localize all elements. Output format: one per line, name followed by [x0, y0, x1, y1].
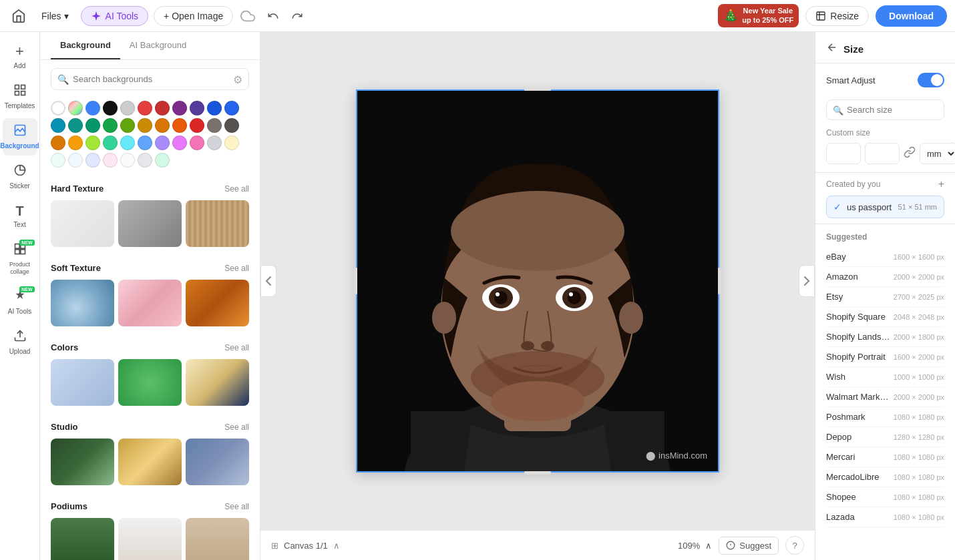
promo-banner[interactable]: 🎄 New Year Sale up to 25% OFF: [718, 4, 799, 27]
soft-texture-1[interactable]: [51, 280, 114, 326]
width-input[interactable]: 51: [826, 143, 861, 164]
collapse-right-panel-button[interactable]: [799, 265, 815, 297]
home-button[interactable]: [8, 5, 29, 27]
swatch-blue3[interactable]: [224, 101, 239, 115]
tab-background[interactable]: Background: [51, 32, 120, 59]
swatch-mint[interactable]: [51, 153, 65, 168]
help-button[interactable]: ?: [785, 536, 804, 555]
collapse-panel-button[interactable]: [260, 265, 276, 297]
swatch-blue[interactable]: [85, 101, 100, 115]
swatch-cyan[interactable]: [51, 118, 65, 133]
swatch-blue4[interactable]: [138, 135, 152, 150]
suggested-item[interactable]: Depop1280 × 1280 px: [826, 427, 944, 447]
sidebar-item-text[interactable]: T Text: [3, 198, 37, 234]
canvas-image[interactable]: ⬤ insMind.com: [357, 91, 718, 471]
swatch-purple[interactable]: [172, 101, 187, 115]
cloud-icon[interactable]: [238, 7, 257, 25]
swatch-pink[interactable]: [190, 135, 204, 150]
suggested-item[interactable]: Shopify Portrait1600 × 2000 px: [826, 347, 944, 367]
podiums-see-all[interactable]: See all: [224, 502, 249, 511]
swatch-blue2[interactable]: [207, 101, 222, 115]
sidebar-item-product-collage[interactable]: NEW Product collage: [3, 237, 37, 281]
tab-ai-background[interactable]: AI Background: [120, 32, 196, 59]
swatch-amber[interactable]: [155, 118, 170, 133]
color-item-3[interactable]: [186, 359, 249, 406]
canvas-expand-icon[interactable]: ∧: [333, 541, 340, 551]
podium-item-1[interactable]: [51, 518, 114, 560]
swatch-white[interactable]: [51, 101, 65, 115]
link-dimensions-icon[interactable]: [904, 146, 916, 161]
swatch-green[interactable]: [85, 118, 100, 133]
suggest-button[interactable]: Suggest: [719, 537, 779, 555]
height-input[interactable]: 51: [865, 143, 900, 164]
swatch-gray[interactable]: [120, 101, 135, 115]
colors-see-all[interactable]: See all: [224, 343, 249, 352]
studio-item-3[interactable]: [186, 439, 249, 485]
swatch-blush[interactable]: [103, 153, 118, 168]
unit-select[interactable]: mm px in cm: [920, 143, 955, 164]
swatch-fuchsia[interactable]: [172, 135, 187, 150]
swatch-lavender[interactable]: [85, 153, 100, 168]
swatch-green2[interactable]: [103, 118, 118, 133]
swatch-amber2[interactable]: [51, 135, 65, 150]
sidebar-item-upload[interactable]: Upload: [3, 324, 37, 361]
filter-icon[interactable]: ⚙: [233, 73, 242, 85]
sidebar-item-templates[interactable]: Templates: [3, 78, 37, 115]
sidebar-item-add[interactable]: + Add: [3, 37, 37, 75]
search-backgrounds-input[interactable]: [51, 68, 249, 90]
suggested-item[interactable]: Lazada1080 × 1080 px: [826, 507, 944, 527]
swatch-yellow[interactable]: [138, 118, 152, 133]
back-button[interactable]: [826, 41, 838, 56]
suggested-item[interactable]: Wish1000 × 1000 px: [826, 367, 944, 387]
swatch-indigo[interactable]: [190, 101, 204, 115]
swatch-teal[interactable]: [68, 118, 83, 133]
suggested-item[interactable]: Shopee1080 × 1080 px: [826, 487, 944, 507]
sidebar-item-sticker[interactable]: Sticker: [3, 158, 37, 196]
studio-item-2[interactable]: [118, 439, 182, 485]
podium-item-3[interactable]: [186, 518, 249, 560]
swatch-lightgray[interactable]: [138, 153, 152, 168]
color-item-2[interactable]: [118, 359, 182, 406]
swatch-orange[interactable]: [172, 118, 187, 133]
studio-item-1[interactable]: [51, 439, 114, 485]
suggested-item[interactable]: Mercari1080 × 1080 px: [826, 447, 944, 467]
swatch-cream[interactable]: [224, 135, 239, 150]
swatch-red[interactable]: [138, 101, 152, 115]
swatch-gray2[interactable]: [207, 135, 222, 150]
swatch-violet[interactable]: [155, 135, 170, 150]
ai-tools-topbar-button[interactable]: AI Tools: [81, 6, 149, 26]
swatch-darkred[interactable]: [155, 101, 170, 115]
swatch-offwhite[interactable]: [120, 153, 135, 168]
swatch-lightblue[interactable]: [68, 153, 83, 168]
suggested-item[interactable]: Amazon2000 × 2000 px: [826, 267, 944, 287]
open-image-button[interactable]: + Open Image: [154, 6, 233, 26]
suggested-item[interactable]: Etsy2700 × 2025 px: [826, 287, 944, 307]
sidebar-item-background[interactable]: Background: [3, 118, 37, 156]
undo-button[interactable]: [262, 5, 284, 27]
search-size-input[interactable]: [826, 99, 944, 120]
suggested-item[interactable]: Shopify Square2048 × 2048 px: [826, 307, 944, 327]
soft-texture-see-all[interactable]: See all: [224, 264, 249, 273]
swatch-brown[interactable]: [224, 118, 239, 133]
swatch-palegreen[interactable]: [155, 153, 170, 168]
swatch-lime2[interactable]: [85, 135, 100, 150]
hard-texture-1[interactable]: [51, 200, 114, 247]
color-item-1[interactable]: [51, 359, 114, 406]
smart-adjust-toggle[interactable]: [918, 73, 944, 87]
podium-item-2[interactable]: [118, 518, 182, 560]
swatch-emerald[interactable]: [103, 135, 118, 150]
files-button[interactable]: Files: [35, 7, 75, 25]
hard-texture-3[interactable]: [186, 200, 249, 247]
swatch-stone[interactable]: [207, 118, 222, 133]
swatch-sky[interactable]: [120, 135, 135, 150]
swatch-rose[interactable]: [190, 118, 204, 133]
swatch-amber3[interactable]: [68, 135, 83, 150]
soft-texture-2[interactable]: [118, 280, 182, 326]
suggested-item[interactable]: MercadoLibre1080 × 1080 px: [826, 467, 944, 487]
suggested-item[interactable]: Walmart Mark…2000 × 2000 px: [826, 387, 944, 407]
soft-texture-3[interactable]: [186, 280, 249, 326]
studio-see-all[interactable]: See all: [224, 423, 249, 432]
preset-item-us-passport[interactable]: ✓ us passport 51 × 51 mm: [826, 196, 944, 218]
swatch-rainbow[interactable]: [68, 101, 83, 115]
download-button[interactable]: Download: [876, 5, 947, 27]
